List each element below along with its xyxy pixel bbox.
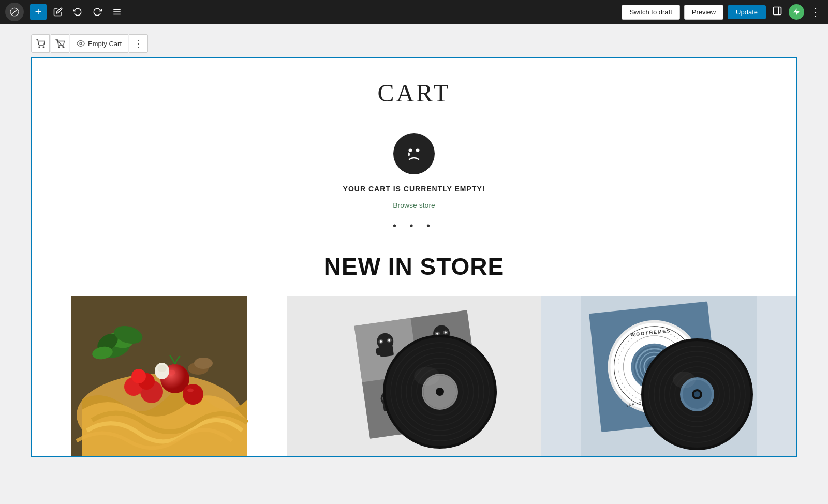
svg-point-82 <box>414 367 440 386</box>
add-block-button[interactable]: + <box>30 4 47 20</box>
svg-point-7 <box>58 47 60 48</box>
panel-toggle-button[interactable] <box>770 4 785 21</box>
separator-dots: • • • <box>393 220 435 232</box>
empty-cart-message: YOUR CART IS CURRENTLY EMPTY! <box>343 185 485 193</box>
cart-block-button[interactable] <box>31 34 50 53</box>
edit-button[interactable] <box>50 4 66 20</box>
svg-point-80 <box>436 388 444 396</box>
svg-point-13 <box>408 153 410 156</box>
eye-icon <box>77 39 85 48</box>
svg-rect-3 <box>774 7 781 14</box>
cart-content-block: CART YOUR CART IS CURRENTLY EMPTY! Brows… <box>31 57 797 457</box>
editor-toolbar: + Switch to draft Preview Update ⋮ <box>0 0 828 24</box>
update-button[interactable]: Update <box>728 5 766 19</box>
empty-cart-label[interactable]: Empty Cart <box>70 34 128 53</box>
browse-store-link[interactable]: Browse store <box>393 201 435 210</box>
product-ninja-vinyl-image <box>287 296 541 456</box>
empty-cart-block-button[interactable] <box>51 34 69 53</box>
editor-area: Empty Cart ⋮ CART YOUR CART IS CURREN <box>0 24 828 504</box>
svg-point-25 <box>131 369 146 383</box>
redo-button[interactable] <box>89 4 106 20</box>
svg-point-10 <box>80 42 82 45</box>
svg-point-22 <box>187 389 194 392</box>
svg-point-34 <box>194 358 213 369</box>
svg-point-111 <box>694 391 700 397</box>
new-in-store-title: NEW IN STORE <box>42 253 786 280</box>
empty-cart-section: YOUR CART IS CURRENTLY EMPTY! Browse sto… <box>42 123 786 253</box>
product-item-3[interactable]: WOOTHEMES QUALITY WORDPRESS TUNES <box>541 296 796 456</box>
svg-point-11 <box>409 149 412 152</box>
svg-point-6 <box>43 47 44 48</box>
product-woo-vinyl-image: WOOTHEMES QUALITY WORDPRESS TUNES <box>541 296 796 456</box>
block-toolbar: Empty Cart ⋮ <box>31 34 148 53</box>
more-options-button[interactable]: ⋮ <box>808 4 823 20</box>
svg-point-112 <box>673 372 696 388</box>
undo-button[interactable] <box>69 4 86 20</box>
list-view-button[interactable] <box>109 4 125 20</box>
performance-indicator <box>789 4 804 20</box>
product-item-2[interactable] <box>287 296 541 456</box>
product-grid: WOOTHEMES QUALITY WORDPRESS TUNES <box>32 296 796 456</box>
switch-to-draft-button[interactable]: Switch to draft <box>622 5 679 20</box>
product-item-1[interactable] <box>32 296 287 456</box>
sad-emoji-svg <box>401 141 427 167</box>
svg-point-21 <box>183 384 203 405</box>
wp-icon <box>9 7 20 17</box>
wordpress-logo <box>5 3 24 21</box>
svg-point-32 <box>157 365 167 372</box>
svg-point-12 <box>416 149 420 152</box>
svg-point-5 <box>39 47 40 48</box>
preview-button[interactable]: Preview <box>684 5 723 20</box>
product-food-image <box>32 296 287 456</box>
cart-title: CART <box>42 79 786 107</box>
empty-cart-text: Empty Cart <box>88 40 122 48</box>
block-more-button[interactable]: ⋮ <box>129 34 148 53</box>
sad-face-icon <box>393 133 435 174</box>
svg-line-9 <box>56 39 65 48</box>
toolbar-right: Switch to draft Preview Update ⋮ <box>622 4 823 21</box>
